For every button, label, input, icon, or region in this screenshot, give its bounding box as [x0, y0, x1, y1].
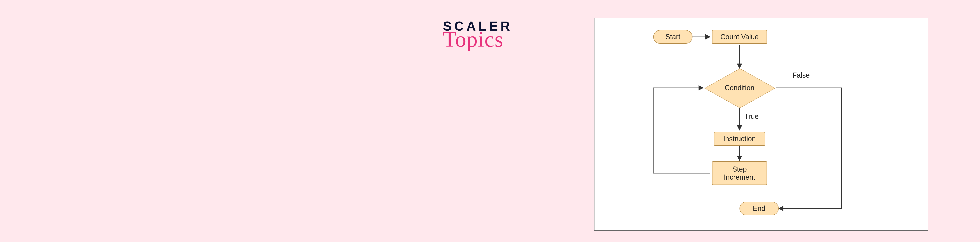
- node-count-value-label: Count Value: [720, 33, 759, 41]
- node-count-value: Count Value: [712, 30, 767, 44]
- node-end-label: End: [753, 204, 765, 212]
- node-step-increment: Step Increment: [712, 161, 767, 185]
- node-instruction: Instruction: [714, 132, 765, 146]
- edge-label-true: True: [745, 112, 759, 121]
- node-step-increment-label: Step Increment: [724, 165, 755, 182]
- node-condition-label: Condition: [704, 68, 775, 107]
- node-condition: Condition: [704, 68, 775, 107]
- flowchart-panel: Start Count Value Condition True False I…: [594, 18, 928, 231]
- node-start: Start: [653, 30, 692, 44]
- node-start-label: Start: [665, 33, 680, 41]
- edge-label-false: False: [792, 71, 810, 80]
- logo-line2: Topics: [443, 30, 533, 48]
- node-instruction-label: Instruction: [723, 135, 756, 143]
- flowchart-arrows: [595, 18, 928, 230]
- node-end: End: [740, 202, 779, 215]
- scaler-topics-logo: SCALER Topics: [443, 20, 533, 48]
